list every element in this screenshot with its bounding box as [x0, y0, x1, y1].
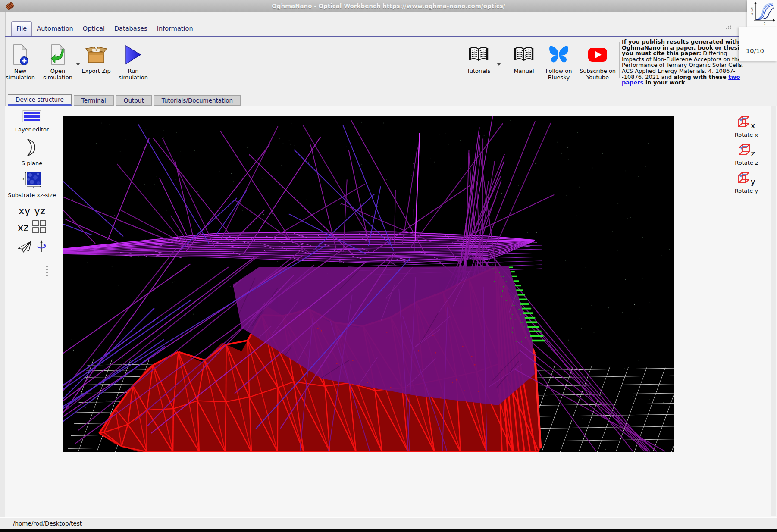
rotate-x-label: Rotate x [732, 131, 761, 138]
rotate-z-letter: z [751, 149, 755, 158]
open-simulation-label: Open simulation [40, 68, 76, 81]
substrate-xz-size-label: Substrate xz-size [8, 192, 56, 198]
toolbar-resize-grip[interactable] [726, 23, 732, 31]
3d-viewport-canvas[interactable] [63, 116, 674, 452]
new-simulation-label: New simulation [3, 68, 38, 81]
open-book-icon [506, 42, 542, 67]
new-document-icon [3, 42, 38, 67]
rotate-z-label: Rotate z [732, 160, 761, 166]
tab-device-structure[interactable]: Device structure [8, 94, 72, 106]
svg-text:x: x [22, 177, 25, 181]
citation-bold-end: in your work [643, 79, 685, 86]
document-tab-bar: Device structure Terminal Output Tutoria… [8, 94, 241, 106]
play-icon [116, 42, 151, 67]
view-xy-button[interactable]: xy [19, 205, 30, 216]
menu-underline [5, 36, 777, 37]
status-path: /home/rod/Desktop/test [13, 520, 82, 527]
menu-bar: File Automation Optical Databases Inform… [11, 20, 198, 36]
quad-view-icon[interactable] [32, 220, 46, 235]
rotate-y-label: Rotate y [732, 188, 761, 194]
substrate-xz-size-button[interactable]: x z Substrate xz-size [8, 172, 56, 198]
manual-label: Manual [506, 68, 542, 75]
jv-curve-icon: σ (μA) ς [749, 1, 776, 28]
paper-plane-icon[interactable] [17, 241, 32, 254]
window-title: OghmaNano - Optical Workbench https://ww… [272, 3, 505, 9]
lens-plane-icon [26, 150, 38, 158]
tab-terminal[interactable]: Terminal [74, 95, 114, 106]
layers-icon [22, 116, 41, 124]
toolbar-separator [152, 42, 152, 78]
youtube-button[interactable]: Subscribe on Youtube [578, 42, 617, 81]
run-simulation-label: Run simulation [116, 68, 151, 81]
tutorials-button[interactable]: Tutorials [461, 42, 497, 75]
menu-tab-databases[interactable]: Databases [110, 22, 152, 36]
sidebar: Layer editor S plane [8, 110, 56, 255]
view-xz-button[interactable]: xz [18, 222, 29, 233]
open-book-icon [461, 42, 497, 67]
bluesky-label: Follow on Bluesky [541, 68, 577, 81]
progress-counter: 10/10 [746, 47, 764, 54]
run-simulation-button[interactable]: Run simulation [116, 42, 151, 81]
rotate-z-button[interactable]: z Rotate z [732, 144, 761, 166]
rotate-x-letter: x [750, 121, 755, 130]
citation-text: If you publish results generated with Og… [622, 39, 748, 86]
rotate-cube-icon [738, 144, 752, 158]
rotate-cube-icon [737, 116, 751, 130]
progress-popup-card: σ (μA) ς [747, 0, 777, 27]
open-simulation-button[interactable]: Open simulation [40, 42, 76, 81]
rotate-y-letter: y [750, 177, 755, 186]
rotate-y-button[interactable]: y Rotate y [732, 172, 761, 194]
substrate-image-icon: x z [22, 182, 41, 190]
export-zip-label: Export Zip [79, 68, 113, 75]
s-plane-button[interactable]: S plane [8, 139, 56, 166]
rotate-controls: x Rotate x z Rotate z [732, 116, 761, 200]
view-yz-button[interactable]: yz [34, 205, 45, 216]
s-plane-label: S plane [8, 160, 56, 166]
open-document-icon [40, 42, 76, 67]
menu-tab-information[interactable]: Information [152, 22, 198, 36]
title-bar[interactable]: OghmaNano - Optical Workbench https://ww… [0, 0, 777, 12]
splitter-handle[interactable] [46, 266, 48, 276]
3d-viewport[interactable] [63, 116, 674, 452]
manual-button[interactable]: Manual [506, 42, 542, 75]
new-simulation-button[interactable]: New simulation [3, 42, 38, 81]
rotate-cube-icon [737, 172, 751, 186]
jv-curve-xlabel: ς [764, 21, 765, 25]
youtube-label: Subscribe on Youtube [578, 68, 617, 81]
export-zip-button[interactable]: Export Zip [79, 42, 113, 75]
tutorials-dropdown-icon[interactable] [497, 63, 501, 66]
tab-tutorials-documentation[interactable]: Tutorials/Documentation [154, 95, 241, 106]
progress-popup-body: 10/10 [739, 27, 777, 61]
rotate-x-button[interactable]: x Rotate x [732, 116, 761, 138]
status-bar: /home/rod/Desktop/test [0, 517, 777, 529]
svg-text:z: z [33, 185, 34, 188]
tutorials-label: Tutorials [461, 68, 497, 75]
jv-curve-ylabel: σ (μA) [750, 7, 754, 15]
bottom-edge-strip [0, 529, 777, 532]
layer-editor-button[interactable]: Layer editor [8, 110, 56, 133]
layer-editor-label: Layer editor [8, 126, 56, 133]
citation-period: . [685, 79, 687, 86]
tab-output[interactable]: Output [116, 95, 152, 106]
youtube-icon [578, 42, 617, 67]
bluesky-butterfly-icon [541, 42, 577, 67]
app-window: OghmaNano - Optical Workbench https://ww… [0, 0, 777, 532]
vertical-scrollbar[interactable] [771, 106, 776, 516]
bluesky-button[interactable]: Follow on Bluesky [541, 42, 577, 81]
menu-tab-file[interactable]: File [11, 21, 32, 36]
app-logo-icon [5, 1, 15, 11]
menu-tab-automation[interactable]: Automation [32, 22, 78, 36]
toolbar-separator [619, 42, 620, 78]
open-box-icon [79, 42, 113, 67]
toolbar-separator [113, 42, 113, 78]
menu-tab-optical[interactable]: Optical [78, 22, 110, 36]
rotate-axis-icon[interactable] [36, 240, 47, 255]
